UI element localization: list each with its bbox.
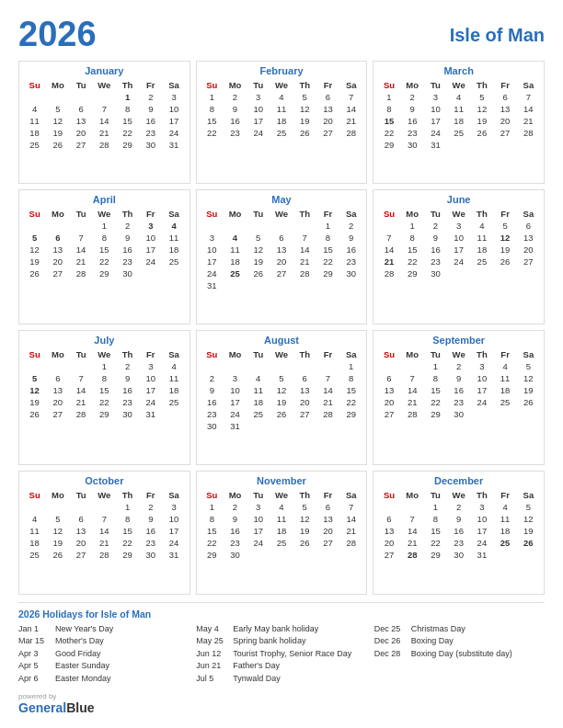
cal-day: 27	[316, 127, 339, 139]
weekday-header: Sa	[517, 208, 540, 220]
weekday-header: Fr	[316, 489, 339, 501]
weekday-header: We	[93, 79, 116, 91]
cal-day: 17	[447, 244, 470, 256]
holiday-item: Dec 28Boxing Day (substitute day)	[374, 648, 545, 661]
cal-day: 29	[424, 408, 447, 420]
cal-day: 31	[224, 420, 247, 432]
cal-day: 11	[23, 525, 46, 537]
cal-day: 24	[247, 537, 270, 549]
brand-label: GeneralBlue	[18, 700, 94, 715]
weekday-header: Fr	[139, 489, 162, 501]
cal-day: 1	[316, 220, 339, 232]
cal-day: 29	[116, 139, 139, 151]
cal-day: 23	[224, 127, 247, 139]
cal-day	[23, 220, 46, 232]
weekday-header: Mo	[46, 79, 69, 91]
cal-day: 10	[224, 384, 247, 396]
cal-day: 9	[224, 103, 247, 115]
cal-day: 15	[93, 384, 116, 396]
cal-day: 5	[517, 501, 540, 513]
cal-day: 19	[270, 396, 293, 408]
cal-day	[247, 549, 270, 561]
cal-day: 14	[93, 525, 116, 537]
weekday-header: Sa	[339, 79, 362, 91]
cal-day: 12	[247, 244, 270, 256]
cal-day: 5	[247, 232, 270, 244]
cal-day: 1	[201, 501, 224, 513]
cal-day: 14	[69, 244, 92, 256]
weekday-header: Th	[116, 489, 139, 501]
cal-day: 30	[424, 267, 447, 279]
cal-day: 23	[424, 256, 447, 267]
cal-day: 30	[447, 408, 470, 420]
cal-day: 26	[293, 537, 316, 549]
cal-day: 8	[116, 103, 139, 115]
cal-day: 26	[270, 408, 293, 420]
weekday-header: Su	[201, 348, 224, 360]
cal-table: SuMoTuWeThFrSa12345678910111213141516171…	[23, 208, 186, 279]
weekday-header: Mo	[401, 489, 424, 501]
weekday-header: Sa	[339, 348, 362, 360]
cal-table: SuMoTuWeThFrSa12345678910111213141516171…	[201, 79, 363, 139]
cal-day: 10	[139, 372, 162, 384]
weekday-header: Tu	[69, 348, 92, 360]
cal-day: 17	[424, 115, 447, 127]
weekday-header: Tu	[424, 79, 447, 91]
weekday-header: Tu	[247, 348, 270, 360]
cal-day: 25	[494, 396, 517, 408]
cal-day: 25	[162, 396, 185, 408]
cal-day: 3	[162, 91, 185, 103]
cal-day: 31	[162, 139, 185, 151]
cal-day	[23, 501, 46, 513]
cal-day: 29	[339, 408, 362, 420]
cal-day: 13	[377, 525, 400, 537]
country-label: Isle of Man	[450, 17, 545, 44]
cal-day: 21	[69, 396, 92, 408]
cal-day: 10	[470, 372, 493, 384]
month-block-november: NovemberSuMoTuWeThFrSa123456789101112131…	[196, 471, 368, 594]
cal-day: 19	[517, 384, 540, 396]
cal-day: 16	[224, 115, 247, 127]
cal-day	[494, 139, 517, 151]
holiday-column: Jan 1New Year's DayMar 15Mother's DayApr…	[18, 623, 189, 686]
cal-day: 9	[447, 513, 470, 525]
weekday-header: Sa	[162, 348, 185, 360]
cal-day: 21	[401, 396, 424, 408]
cal-day: 24	[162, 127, 185, 139]
cal-day: 4	[23, 513, 46, 525]
cal-day: 23	[447, 537, 470, 549]
cal-day	[270, 220, 293, 232]
weekday-header: Tu	[69, 208, 92, 220]
weekday-header: Su	[377, 208, 400, 220]
cal-day	[401, 360, 424, 372]
weekday-header: Su	[377, 489, 400, 501]
cal-day: 19	[293, 115, 316, 127]
month-block-september: SeptemberSuMoTuWeThFrSa12345678910111213…	[373, 330, 545, 465]
cal-day: 18	[162, 244, 185, 256]
cal-day: 3	[139, 360, 162, 372]
cal-day: 14	[339, 513, 362, 525]
weekday-header: Tu	[247, 208, 270, 220]
cal-day: 11	[270, 513, 293, 525]
cal-day: 26	[293, 127, 316, 139]
cal-day: 7	[377, 232, 400, 244]
cal-day: 5	[23, 372, 46, 384]
cal-day	[377, 501, 400, 513]
weekday-header: Tu	[424, 489, 447, 501]
month-block-december: DecemberSuMoTuWeThFrSa123456789101112131…	[373, 471, 545, 594]
weekday-header: Mo	[224, 348, 247, 360]
cal-day: 7	[293, 232, 316, 244]
cal-day	[224, 360, 247, 372]
cal-day: 4	[470, 220, 493, 232]
cal-day	[293, 549, 316, 561]
cal-day: 7	[339, 501, 362, 513]
cal-day: 18	[23, 127, 46, 139]
month-block-may: MaySuMoTuWeThFrSa12345678910111213141516…	[196, 189, 368, 324]
cal-day: 27	[46, 267, 69, 279]
cal-day: 2	[116, 220, 139, 232]
cal-day: 5	[270, 372, 293, 384]
cal-day: 24	[162, 537, 185, 549]
month-title: June	[377, 194, 540, 205]
cal-day	[224, 220, 247, 232]
cal-day	[46, 501, 69, 513]
